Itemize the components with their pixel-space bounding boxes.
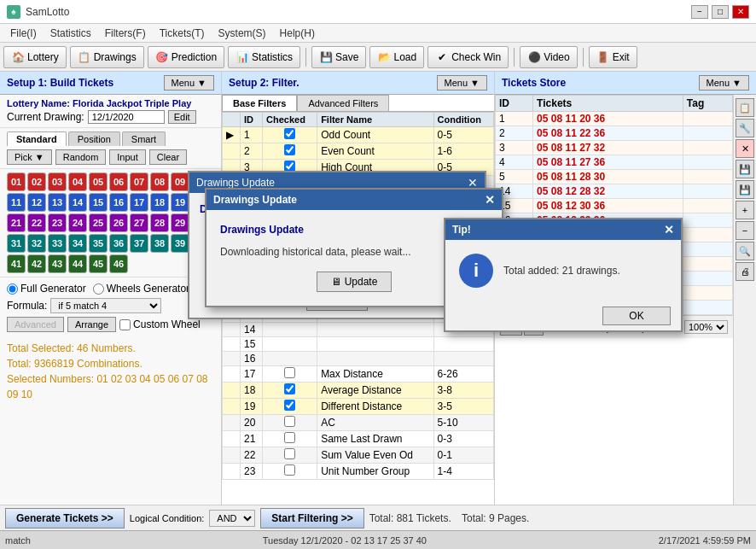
menu-filters[interactable]: Filters(F) — [98, 26, 153, 41]
table-row[interactable]: 405 08 11 27 36 — [496, 155, 733, 170]
input-button[interactable]: Input — [109, 149, 145, 165]
filter-row-checked[interactable] — [263, 383, 317, 399]
filter-row-checked[interactable] — [263, 352, 317, 366]
filter-row-checked[interactable] — [263, 447, 317, 464]
filter-row-checked[interactable] — [263, 464, 317, 480]
tool-edit[interactable]: 🔧 — [736, 119, 754, 137]
tool-print[interactable]: 🖨 — [736, 262, 754, 281]
number-cell-08[interactable]: 08 — [150, 172, 169, 191]
number-cell-02[interactable]: 02 — [27, 172, 46, 191]
minimize-button[interactable]: − — [691, 5, 708, 19]
clear-button[interactable]: Clear — [149, 149, 187, 165]
arrange-button[interactable]: Arrange — [67, 317, 116, 332]
number-cell-23[interactable]: 23 — [48, 213, 67, 232]
ok-button[interactable]: OK — [602, 307, 671, 325]
number-cell-16[interactable]: 16 — [109, 193, 128, 212]
tool-save2[interactable]: 💾 — [736, 180, 754, 199]
start-filtering-button[interactable]: Start Filtering >> — [260, 508, 363, 529]
number-cell-35[interactable]: 35 — [89, 234, 108, 253]
number-cell-07[interactable]: 07 — [130, 172, 148, 191]
tool-delete[interactable]: ✕ — [736, 139, 754, 158]
update-button[interactable]: 🖥 Update — [317, 272, 393, 292]
filter-row-checked[interactable] — [263, 431, 317, 447]
tab-advanced-filters[interactable]: Advanced Filters — [297, 95, 389, 111]
number-cell-37[interactable]: 37 — [130, 234, 148, 253]
number-cell-01[interactable]: 01 — [7, 172, 26, 191]
number-cell-21[interactable]: 21 — [7, 213, 26, 232]
table-row[interactable]: 1505 08 12 30 36 — [496, 199, 733, 213]
pick-button[interactable]: Pick ▼ — [7, 149, 52, 165]
number-cell-41[interactable]: 41 — [7, 254, 26, 273]
toolbar-drawings[interactable]: 📋 Drawings — [70, 46, 144, 68]
number-cell-05[interactable]: 05 — [89, 172, 108, 191]
table-row[interactable]: 205 08 11 22 36 — [496, 126, 733, 141]
toolbar-lottery[interactable]: 🏠 Lottery — [3, 46, 67, 68]
menu-help[interactable]: Help(H) — [273, 26, 322, 41]
filter-row-checked[interactable] — [263, 399, 317, 415]
number-cell-09[interactable]: 09 — [171, 172, 189, 191]
logic-condition-select[interactable]: AND OR — [209, 510, 255, 527]
number-cell-36[interactable]: 36 — [109, 234, 128, 253]
mid-panel-menu[interactable]: Menu ▼ — [437, 75, 487, 91]
left-panel-menu[interactable]: Menu ▼ — [164, 75, 214, 91]
filter-row-checked[interactable] — [263, 323, 317, 337]
number-cell-15[interactable]: 15 — [89, 193, 108, 212]
number-cell-14[interactable]: 14 — [68, 193, 87, 212]
number-cell-38[interactable]: 38 — [150, 234, 169, 253]
table-row[interactable]: 105 08 11 20 36 — [496, 112, 733, 126]
number-cell-32[interactable]: 32 — [27, 234, 46, 253]
toolbar-video[interactable]: ⚫ Video — [520, 46, 577, 68]
close-button[interactable]: ✕ — [732, 5, 749, 19]
number-cell-12[interactable]: 12 — [27, 193, 46, 212]
tool-add[interactable]: + — [736, 201, 754, 219]
generate-tickets-button[interactable]: Generate Tickets >> — [5, 508, 125, 529]
tool-copy[interactable]: 📋 — [736, 98, 754, 117]
number-cell-44[interactable]: 44 — [68, 254, 87, 273]
number-cell-27[interactable]: 27 — [130, 213, 148, 232]
table-row[interactable]: 505 08 11 28 30 — [496, 170, 733, 184]
menu-system[interactable]: System(S) — [212, 26, 273, 41]
table-row[interactable]: 1405 08 12 28 32 — [496, 184, 733, 199]
number-cell-11[interactable]: 11 — [7, 193, 26, 212]
tab-position[interactable]: Position — [68, 131, 120, 146]
toolbar-load[interactable]: 📂 Load — [369, 46, 424, 68]
number-cell-24[interactable]: 24 — [68, 213, 87, 232]
modal1-close-button[interactable]: ✕ — [485, 193, 495, 207]
number-cell-33[interactable]: 33 — [48, 234, 67, 253]
toolbar-statistics[interactable]: 📊 Statistics — [228, 46, 300, 68]
number-cell-25[interactable]: 25 — [89, 213, 108, 232]
filter-row-checked[interactable] — [263, 143, 317, 160]
menu-statistics[interactable]: Statistics — [44, 26, 98, 41]
tab-base-filters[interactable]: Base Filters — [222, 95, 297, 111]
number-cell-06[interactable]: 06 — [109, 172, 128, 191]
menu-tickets[interactable]: Tickets(T) — [153, 26, 212, 41]
wheels-generator-radio[interactable]: Wheels Generator — [93, 283, 189, 295]
formula-select[interactable]: if 5 match 4 — [50, 298, 161, 313]
full-generator-radio[interactable]: Full Generator — [7, 283, 86, 295]
zoom-select[interactable]: 100% — [684, 320, 728, 334]
number-cell-29[interactable]: 29 — [171, 213, 189, 232]
number-cell-22[interactable]: 22 — [27, 213, 46, 232]
number-cell-03[interactable]: 03 — [48, 172, 67, 191]
tip-close-button[interactable]: ✕ — [664, 223, 674, 237]
filter-row-checked[interactable] — [263, 337, 317, 352]
table-row[interactable]: 305 08 11 27 32 — [496, 141, 733, 155]
number-cell-34[interactable]: 34 — [68, 234, 87, 253]
number-cell-26[interactable]: 26 — [109, 213, 128, 232]
tool-search[interactable]: 🔍 — [736, 242, 754, 260]
filter-row-checked[interactable] — [263, 366, 317, 383]
number-cell-45[interactable]: 45 — [89, 254, 108, 273]
tickets-menu[interactable]: Menu ▼ — [699, 75, 749, 91]
toolbar-save[interactable]: 💾 Save — [311, 46, 366, 68]
number-cell-28[interactable]: 28 — [150, 213, 169, 232]
toolbar-prediction[interactable]: 🎯 Prediction — [148, 46, 224, 68]
number-cell-46[interactable]: 46 — [109, 254, 128, 273]
number-cell-39[interactable]: 39 — [171, 234, 189, 253]
number-cell-18[interactable]: 18 — [150, 193, 169, 212]
maximize-button[interactable]: □ — [712, 5, 729, 19]
tool-remove[interactable]: − — [736, 221, 754, 240]
toolbar-exit[interactable]: 🚪 Exit — [589, 46, 637, 68]
number-cell-42[interactable]: 42 — [27, 254, 46, 273]
random-button[interactable]: Random — [55, 149, 107, 165]
toolbar-checkwin[interactable]: ✔ Check Win — [427, 46, 509, 68]
